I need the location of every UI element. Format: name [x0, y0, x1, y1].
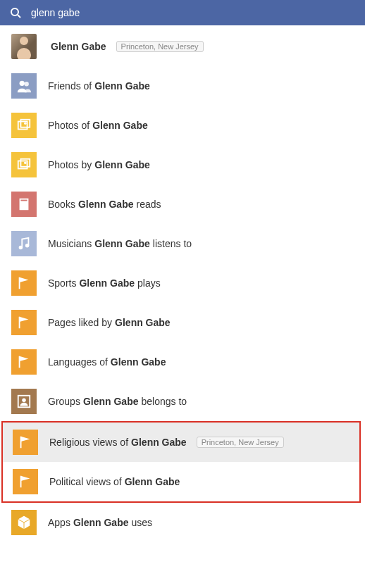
- label-after: plays: [137, 277, 161, 289]
- label-bold: Glenn Gabe: [78, 199, 134, 210]
- flag-icon: [13, 469, 38, 494]
- search-input[interactable]: [31, 7, 355, 18]
- label-bold: Glenn Gabe: [94, 159, 150, 170]
- location-badge: Princeton, New Jersey: [197, 437, 284, 448]
- book-icon: [11, 192, 37, 217]
- result-row[interactable]: Sports Glenn Gabe plays: [0, 263, 365, 303]
- result-label: Groups Glenn Gabe belongs to: [48, 396, 187, 407]
- photos-icon: [11, 113, 37, 138]
- result-row[interactable]: Groups Glenn Gabe belongs to: [0, 382, 365, 421]
- label-before: Photos by: [48, 159, 92, 170]
- label-after: belongs to: [142, 396, 187, 407]
- label-bold: Glenn Gabe: [73, 517, 129, 528]
- result-label: Languages of Glenn Gabe: [48, 356, 168, 368]
- label-after: uses: [132, 517, 153, 528]
- group-icon: [11, 389, 37, 414]
- flag-icon: [11, 270, 37, 296]
- result-label: Friends of Glenn Gabe: [48, 80, 153, 92]
- result-label: Religious views of Glenn GabePrinceton, …: [49, 437, 284, 448]
- flag-icon: [11, 349, 37, 375]
- label-bold: Glenn Gabe: [115, 317, 171, 328]
- photos-icon: [11, 152, 37, 177]
- result-label: Photos of Glenn Gabe: [48, 120, 151, 131]
- result-label: Apps Glenn Gabe uses: [48, 517, 152, 528]
- label-after: reads: [137, 199, 161, 210]
- search-icon: [10, 7, 21, 18]
- result-row[interactable]: Photos by Glenn Gabe: [0, 145, 365, 184]
- label-before: Friends of: [48, 80, 92, 92]
- avatar: [11, 34, 37, 59]
- result-row[interactable]: Musicians Glenn Gabe listens to: [0, 224, 365, 263]
- label-before: Photos of: [48, 120, 89, 131]
- label-before: Groups: [48, 396, 80, 407]
- friends-icon: [11, 73, 37, 99]
- search-bar: [0, 0, 365, 25]
- result-row[interactable]: Books Glenn Gabe reads: [0, 184, 365, 224]
- label-before: Languages of: [48, 356, 108, 368]
- label-before: Apps: [48, 517, 70, 528]
- result-label: Sports Glenn Gabe plays: [48, 277, 161, 289]
- label-before: Musicians: [48, 238, 92, 249]
- result-row[interactable]: Glenn GabePrinceton, New Jersey: [0, 27, 365, 66]
- label-bold: Glenn Gabe: [131, 437, 187, 448]
- result-row[interactable]: Religious views of Glenn GabePrinceton, …: [3, 423, 359, 462]
- result-row[interactable]: Languages of Glenn Gabe: [0, 342, 365, 382]
- result-label: Books Glenn Gabe reads: [48, 199, 161, 210]
- highlight-box: Religious views of Glenn GabePrinceton, …: [1, 421, 361, 503]
- result-label: Pages liked by Glenn Gabe: [48, 317, 173, 328]
- label-before: Political views of: [49, 476, 122, 487]
- result-row[interactable]: Friends of Glenn Gabe: [0, 66, 365, 106]
- label-bold: Glenn Gabe: [83, 396, 139, 407]
- svg-point-0: [11, 8, 18, 15]
- result-label: Photos by Glenn Gabe: [48, 159, 153, 170]
- music-icon: [11, 231, 37, 256]
- result-row[interactable]: Pages liked by Glenn Gabe: [0, 303, 365, 342]
- label-bold: Glenn Gabe: [79, 277, 135, 289]
- label-bold: Glenn Gabe: [51, 41, 106, 52]
- svg-line-1: [18, 15, 20, 18]
- label-bold: Glenn Gabe: [125, 476, 180, 487]
- search-results: Glenn GabePrinceton, New JerseyFriends o…: [0, 25, 365, 542]
- result-label: Glenn GabePrinceton, New Jersey: [48, 41, 204, 52]
- label-bold: Glenn Gabe: [94, 80, 150, 92]
- label-bold: Glenn Gabe: [111, 356, 166, 368]
- result-label: Musicians Glenn Gabe listens to: [48, 238, 192, 249]
- result-label: Political views of Glenn Gabe: [49, 476, 182, 487]
- label-before: Pages liked by: [48, 317, 112, 328]
- location-badge: Princeton, New Jersey: [116, 41, 204, 52]
- label-bold: Glenn Gabe: [94, 238, 150, 249]
- label-after: listens to: [153, 238, 192, 249]
- label-before: Sports: [48, 277, 76, 289]
- cube-icon: [11, 510, 37, 535]
- label-bold: Glenn Gabe: [92, 120, 148, 131]
- result-row[interactable]: Photos of Glenn Gabe: [0, 106, 365, 145]
- label-before: Books: [48, 199, 75, 210]
- flag-icon: [13, 430, 38, 455]
- result-row[interactable]: Apps Glenn Gabe uses: [0, 503, 365, 542]
- flag-icon: [11, 310, 37, 335]
- result-row[interactable]: Political views of Glenn Gabe: [3, 462, 359, 501]
- label-before: Religious views of: [49, 437, 128, 448]
